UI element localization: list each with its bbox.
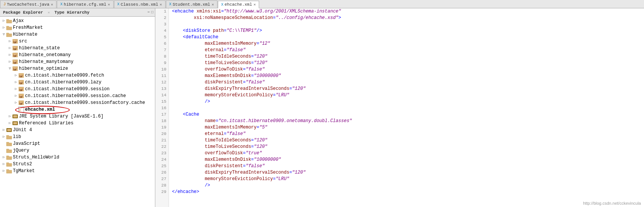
tab-ehcache[interactable]: Xehcache.xml✕ (218, 1, 259, 8)
tree-item-reflibs[interactable]: ▷Referenced Libraries (0, 120, 155, 127)
code-content[interactable]: <ehcache xmlns:xsi="http://www.w3.org/20… (169, 8, 644, 207)
right-panel: 1234567891011121314151617181920212223242… (155, 8, 644, 207)
expand-arrow-hibernate_state[interactable]: ▷ (8, 45, 12, 51)
minimize-icon[interactable]: − (147, 10, 150, 14)
tab-hibernatecfg[interactable]: Xhibernate.cfg.xml✕ (57, 0, 113, 8)
line-num-1: 1 (158, 8, 166, 15)
tree-item-jre[interactable]: ▷JRE System Library [JavaSE-1.6] (0, 113, 155, 120)
tree-item-hibernate_onetomany[interactable]: ▷📦hibernate_onetomany (0, 52, 155, 58)
expand-arrow-tgmarket[interactable]: ▷ (2, 168, 6, 174)
tree-container[interactable]: ▷Ajax▷FreshMarket▽Hibernate▷📦src▷📦hibern… (0, 17, 155, 207)
line-num-10: 10 (158, 66, 166, 73)
tree-item-hibernate_optimize[interactable]: ▽📦hibernate_optimize (0, 65, 155, 72)
tab-close-twocachetest[interactable]: ✕ (51, 2, 53, 7)
line-num-20: 20 (158, 131, 166, 137)
item-icon-jquery (6, 147, 12, 154)
tree-item-session[interactable]: ▷📦cn.itcast.hibernate0909.session (0, 86, 155, 93)
item-label-sessioncache: cn.itcast.hibernate0909.session.cache (25, 93, 126, 99)
tree-item-hibernate_state[interactable]: ▷📦hibernate_state (0, 45, 155, 52)
type-hierarchy-tab[interactable]: Type Hierarchy (53, 10, 91, 15)
item-label-lazy: cn.itcast.hibernate0909.lazy (25, 79, 102, 85)
code-line-9: timeToLiveSeconds="120" (172, 60, 641, 66)
tab-icon-twocachetest: J (3, 2, 6, 6)
package-explorer-tab[interactable]: Package Explorer (2, 10, 45, 15)
expand-arrow-struts_hello[interactable]: ▷ (2, 154, 6, 160)
tree-item-junit[interactable]: ▷JUnit 4 (0, 127, 155, 133)
svg-marker-2 (6, 33, 12, 37)
tree-item-struts2[interactable]: ▷Struts2 (0, 161, 155, 168)
tree-item-freshmarket[interactable]: ▷FreshMarket (0, 24, 155, 31)
tree-item-ajax[interactable]: ▷Ajax (0, 17, 155, 24)
expand-arrow-junit[interactable]: ▷ (2, 127, 6, 133)
tree-item-tgmarket[interactable]: ▷TgMarket (0, 168, 155, 174)
expand-arrow-ajax[interactable]: ▷ (2, 18, 6, 24)
maximize-icon[interactable]: □ (151, 10, 153, 14)
expand-arrow-src[interactable]: ▷ (8, 38, 12, 44)
line-num-16: 16 (158, 105, 166, 111)
tree-item-struts_hello[interactable]: ▷Struts_HelloWorld (0, 154, 155, 161)
code-line-27: memoryStoreEvictionPolicy="LRU" (172, 176, 641, 182)
tab-close-hibernatecfg[interactable]: ✕ (108, 2, 110, 7)
tab-label-student: Student.nbm.xml (173, 2, 210, 7)
svg-text:📦: 📦 (19, 94, 23, 98)
expand-arrow-hibernate_onetomany[interactable]: ▷ (8, 52, 12, 58)
expand-arrow-sessioncache[interactable]: ▷ (14, 93, 18, 99)
svg-marker-31 (6, 135, 12, 139)
code-line-21: timeToIdleSeconds="120" (172, 137, 641, 144)
tree-item-hibernate_manytomany[interactable]: ▷📦hibernate_manytomany (0, 58, 155, 65)
tree-item-sessionfactory[interactable]: ▷📦cn.itcast.hibernate0909.sessionfactory… (0, 99, 155, 106)
line-num-17: 17 (158, 111, 166, 118)
svg-marker-34 (6, 156, 12, 160)
tab-twocachetest[interactable]: JTwoCacheTest.java✕ (0, 0, 56, 8)
svg-text:📦: 📦 (13, 67, 17, 71)
expand-arrow-hibernate[interactable]: ▽ (2, 31, 6, 38)
item-icon-fetch: 📦 (18, 72, 24, 78)
tree-item-ehcachexml[interactable]: Xehcache.xml (0, 106, 155, 113)
tab-label-ehcache: ehcache.xml (225, 2, 252, 7)
tree-item-hibernate[interactable]: ▽Hibernate (0, 31, 155, 38)
expand-arrow-session[interactable]: ▷ (14, 86, 18, 92)
tab-close-student[interactable]: ✕ (212, 2, 214, 7)
tree-item-fetch[interactable]: ▷📦cn.itcast.hibernate0909.fetch (0, 72, 155, 79)
expand-arrow-sessionfactory[interactable]: ▷ (14, 100, 18, 106)
panel-header-icons: − □ (147, 10, 153, 14)
code-line-8: timeToIdleSeconds="120" (172, 53, 641, 60)
expand-arrow-lazy[interactable]: ▷ (14, 79, 18, 85)
tab-bar: JTwoCacheTest.java✕Xhibernate.cfg.xml✕XC… (0, 0, 644, 8)
tab-close-ehcache[interactable]: ✕ (253, 2, 256, 7)
line-num-15: 15 (158, 99, 166, 105)
item-label-fetch: cn.itcast.hibernate0909.fetch (25, 72, 104, 78)
item-label-hibernate: Hibernate (13, 31, 38, 38)
svg-text:📦: 📦 (13, 60, 17, 64)
line-num-27: 27 (158, 176, 166, 182)
tree-item-lazy[interactable]: ▷📦cn.itcast.hibernate0909.lazy (0, 79, 155, 86)
expand-arrow-freshmarket[interactable]: ▷ (2, 25, 6, 31)
item-label-hibernate_state: hibernate_state (19, 45, 60, 51)
line-num-7: 7 (158, 47, 166, 53)
expand-arrow-hibernate_manytomany[interactable]: ▷ (8, 59, 12, 65)
tab-close-classes[interactable]: ✕ (160, 2, 162, 7)
svg-text:📦: 📦 (13, 53, 17, 57)
item-icon-hibernate_manytomany: 📦 (12, 59, 18, 65)
item-label-hibernate_onetomany: hibernate_onetomany (19, 52, 71, 58)
expand-arrow-jre[interactable]: ▷ (8, 113, 12, 119)
expand-arrow-struts2[interactable]: ▷ (2, 161, 6, 167)
tab-student[interactable]: XStudent.nbm.xml✕ (166, 0, 217, 8)
expand-arrow-hibernate_optimize[interactable]: ▽ (8, 66, 12, 72)
svg-text:📦: 📦 (13, 47, 17, 50)
tree-item-sessioncache[interactable]: ▷📦cn.itcast.hibernate0909.session.cache (0, 93, 155, 99)
tree-item-javascript[interactable]: JavaScript (0, 140, 155, 147)
item-label-freshmarket: FreshMarket (13, 25, 43, 31)
tab-classes[interactable]: XClasses.nbm.xml✕ (114, 0, 166, 8)
tree-item-src[interactable]: ▷📦src (0, 38, 155, 45)
svg-text:X: X (19, 108, 21, 112)
tree-item-jquery[interactable]: jQuery (0, 147, 155, 154)
expand-arrow-fetch[interactable]: ▷ (14, 72, 18, 78)
svg-marker-1 (6, 26, 12, 30)
item-icon-session: 📦 (18, 86, 24, 92)
panel-header: Package Explorer ✕ Type Hierarchy − □ (0, 8, 155, 17)
expand-arrow-lib[interactable]: ▷ (2, 134, 6, 140)
code-line-18: name="cn.itcast.hibernate0909.onetomany.… (172, 118, 641, 124)
tree-item-lib[interactable]: ▷lib (0, 133, 155, 140)
expand-arrow-reflibs[interactable]: ▷ (8, 120, 12, 126)
